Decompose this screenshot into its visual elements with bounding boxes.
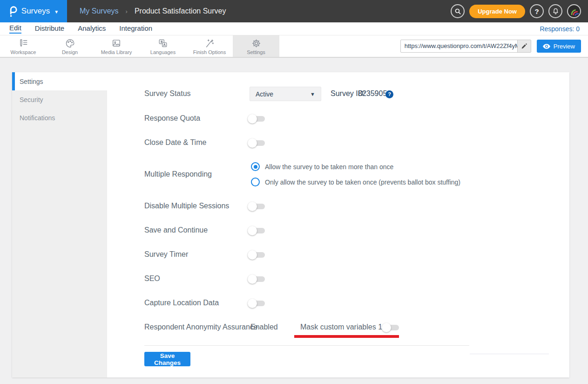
sidebar-item-settings[interactable]: Settings (12, 72, 107, 90)
toolbar-item-languages[interactable]: Languages (140, 35, 186, 57)
survey-nav-tabs: Edit Distribute Analytics Integration Re… (0, 22, 588, 35)
disable-sessions-label: Disable Multiple Sessions (144, 202, 229, 210)
save-continue-label: Save and Continue (144, 226, 208, 234)
responses-count[interactable]: Responses: 0 (540, 25, 588, 33)
sidebar-item-notifications[interactable]: Notifications (12, 109, 107, 127)
survey-url-value[interactable]: https://www.questionpro.com/t/AW22Zf4yM (401, 40, 517, 52)
survey-id-help-icon[interactable]: ? (385, 90, 393, 98)
seo-label: SEO (144, 274, 160, 283)
mask-variables-label: Mask custom variables 1-5 (300, 323, 389, 331)
disable-sessions-toggle[interactable] (248, 204, 265, 209)
toggle-knob (248, 202, 257, 211)
page-title: Product Satisfaction Survey (135, 7, 226, 15)
settings-form: Survey Status Active ▼ Survey ID: 823590… (107, 72, 569, 377)
toolbar-item-settings[interactable]: Settings (233, 35, 279, 57)
avatar-image (568, 6, 580, 17)
header-actions: Upgrade Now ? (451, 4, 588, 18)
save-continue-toggle[interactable] (248, 228, 265, 233)
radio-allow-multiple[interactable]: Allow the survey to be taken more than o… (251, 162, 393, 171)
close-date-toggle[interactable] (248, 140, 265, 146)
edit-url-button[interactable] (517, 40, 531, 52)
form-divider (144, 345, 469, 346)
toolbar-label: Workspace (11, 49, 36, 55)
response-quota-label: Response Quota (144, 114, 200, 123)
toolbar-item-workspace[interactable]: Workspace (0, 35, 47, 57)
preview-label: Preview (554, 43, 575, 50)
design-icon (65, 37, 75, 48)
sidebar-item-label: Security (20, 96, 43, 103)
chevron-down-icon: ▼ (310, 91, 315, 97)
save-changes-button[interactable]: Save Changes (144, 352, 190, 366)
tab-integration[interactable]: Integration (119, 24, 152, 33)
toggle-knob (248, 114, 257, 123)
toggle-knob (248, 138, 257, 148)
search-button[interactable] (451, 4, 465, 18)
languages-icon (157, 37, 169, 48)
toolbar-item-finish-options[interactable]: Finish Options (186, 35, 233, 57)
sidebar-item-label: Notifications (20, 114, 55, 122)
toolbar-label: Settings (247, 49, 265, 55)
response-quota-toggle[interactable] (248, 116, 265, 122)
toggle-knob (382, 323, 391, 332)
survey-timer-label: Survey Timer (144, 250, 188, 259)
breadcrumb-my-surveys[interactable]: My Surveys (80, 7, 119, 15)
capture-location-label: Capture Location Data (144, 299, 219, 307)
multiple-responding-label: Multiple Responding (144, 170, 212, 178)
toolbar-item-design[interactable]: Design (47, 35, 93, 57)
sidebar-item-security[interactable]: Security (12, 90, 107, 109)
app-logo-block[interactable]: Surveys ▼ (0, 0, 67, 22)
edit-toolbar: Workspace Design Media Library (0, 35, 588, 58)
upgrade-now-button[interactable]: Upgrade Now (469, 5, 525, 18)
media-library-icon (111, 37, 122, 48)
tab-analytics[interactable]: Analytics (78, 24, 106, 33)
notifications-button[interactable] (548, 4, 562, 18)
survey-url-field[interactable]: https://www.questionpro.com/t/AW22Zf4yM (400, 40, 531, 53)
top-header-bar: Surveys ▼ My Surveys › Product Satisfact… (0, 0, 588, 22)
toolbar-right-group: https://www.questionpro.com/t/AW22Zf4yM … (400, 35, 588, 57)
form-divider-secondary (470, 354, 549, 354)
settings-icon (251, 37, 262, 48)
toolbar-label: Media Library (101, 49, 132, 55)
workspace-icon (18, 37, 29, 48)
mask-variables-toggle[interactable] (382, 325, 399, 330)
finish-options-icon (204, 37, 215, 48)
bell-icon (552, 7, 559, 15)
toolbar-label: Design (62, 49, 78, 55)
preview-button[interactable]: Preview (537, 40, 581, 53)
toggle-knob (248, 226, 257, 235)
settings-sidebar: Settings Security Notifications (12, 72, 107, 377)
pencil-icon (521, 43, 527, 49)
radio-selected-icon (251, 162, 260, 171)
toggle-knob (248, 250, 257, 260)
close-date-label: Close Date & Time (144, 138, 206, 147)
radio-only-once[interactable]: Only allow the survey to be taken once (… (251, 178, 460, 186)
tab-distribute[interactable]: Distribute (35, 24, 64, 33)
breadcrumb-separator-icon: › (126, 8, 128, 15)
seo-toggle[interactable] (248, 276, 265, 282)
toolbar-label: Finish Options (193, 49, 226, 55)
search-icon (454, 8, 461, 15)
radio-label: Allow the survey to be taken more than o… (265, 163, 393, 171)
breadcrumb: My Surveys › Product Satisfaction Survey (80, 7, 226, 15)
eye-icon (543, 44, 550, 49)
help-icon: ? (534, 7, 539, 15)
anonymity-label: Respondent Anonymity Assurance (144, 323, 258, 331)
user-avatar[interactable] (567, 4, 581, 18)
settings-card: Settings Security Notifications Survey S… (12, 72, 569, 377)
radio-label: Only allow the survey to be taken once (… (265, 178, 460, 186)
survey-status-dropdown[interactable]: Active ▼ (250, 87, 321, 101)
anonymity-status: Enabled (250, 323, 278, 331)
toolbar-item-media-library[interactable]: Media Library (93, 35, 140, 57)
help-button[interactable]: ? (530, 4, 544, 18)
capture-location-toggle[interactable] (248, 301, 265, 306)
tab-edit[interactable]: Edit (9, 24, 21, 34)
radio-unselected-icon (251, 178, 260, 186)
survey-id-value: 8235905 (358, 89, 387, 98)
toggle-knob (248, 299, 257, 308)
sidebar-item-label: Settings (20, 78, 43, 85)
survey-status-value: Active (256, 90, 310, 98)
survey-timer-toggle[interactable] (248, 252, 265, 258)
toolbar-label: Languages (150, 49, 176, 55)
survey-status-label: Survey Status (144, 89, 191, 98)
product-name: Surveys (21, 7, 50, 16)
